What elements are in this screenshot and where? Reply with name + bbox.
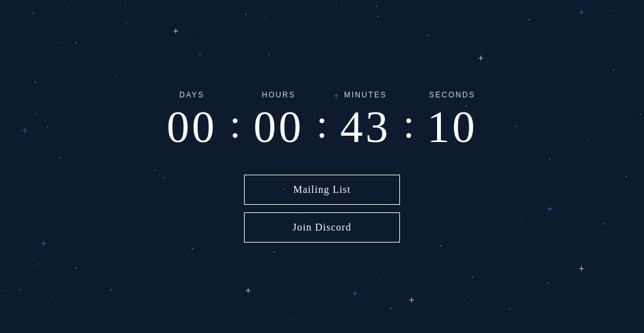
star-random-10 (269, 54, 270, 55)
star-dot-44 (154, 170, 155, 171)
star-random-47 (116, 76, 117, 77)
star-cross-10: + (478, 53, 484, 63)
star-dot-31 (418, 270, 419, 271)
colon-3: : (400, 104, 418, 150)
star-random-45 (336, 7, 337, 8)
hours-value: 00 (244, 104, 313, 150)
star-random-31 (376, 6, 377, 7)
star-cross-26: + (245, 286, 251, 296)
star-cross-37: + (547, 204, 553, 214)
minutes-value: 43 (331, 104, 400, 150)
star-dot-14 (623, 43, 623, 43)
mailing-list-button[interactable]: Mailing List (244, 175, 400, 205)
star-random-26 (376, 273, 377, 274)
star-dot-6 (283, 36, 284, 37)
star-dot-30 (390, 308, 391, 309)
star-random-43 (554, 265, 555, 266)
colon-1: : (226, 104, 244, 150)
star-random-58 (102, 293, 103, 294)
star-random-1 (265, 17, 266, 18)
star-random-19 (345, 248, 345, 248)
star-random-57 (467, 297, 467, 297)
star-random-32 (74, 233, 75, 234)
star-random-21 (586, 304, 587, 305)
star-random-18 (47, 126, 48, 128)
star-dot-13 (613, 69, 614, 70)
days-value: 00 (157, 104, 226, 150)
star-dot-5 (245, 14, 247, 15)
hours-label: HOURS (244, 90, 313, 99)
star-cross-16: + (22, 126, 28, 136)
star-dot-18 (94, 182, 95, 183)
star-random-16 (513, 52, 513, 53)
star-random-29 (58, 42, 59, 43)
star-random-38 (549, 158, 550, 160)
star-dot-34 (472, 276, 473, 278)
star-random-37 (26, 301, 27, 302)
star-cross-29: + (352, 289, 358, 299)
star-dot-33 (440, 245, 441, 246)
star-dot-15 (35, 82, 36, 83)
star-dot-1 (75, 43, 77, 44)
star-dot-21 (19, 289, 20, 290)
star-random-3 (558, 224, 559, 225)
star-dot-35 (509, 308, 511, 309)
join-discord-button[interactable]: Join Discord (244, 212, 400, 243)
star-cross-3: + (173, 26, 179, 36)
star-random-9 (55, 302, 56, 302)
main-content: DAYS HOURS MINUTES SECONDS 00 : 00 : 43 … (157, 90, 487, 243)
star-random-22 (477, 35, 477, 36)
star-cross-38: + (579, 264, 584, 274)
star-random-36 (499, 228, 500, 229)
star-random-24 (588, 139, 589, 139)
star-dot-42 (516, 126, 517, 127)
star-random-59 (198, 31, 199, 33)
star-cross-32: + (409, 295, 414, 305)
star-cross-19: + (41, 239, 47, 249)
star-dot-17 (60, 157, 61, 158)
star-random-34 (125, 3, 126, 3)
star-random-56 (35, 114, 36, 115)
star-random-44 (83, 291, 84, 292)
star-random-54 (609, 196, 610, 197)
star-dot-22 (110, 289, 111, 290)
star-random-23 (640, 114, 641, 115)
star-random-6 (153, 275, 153, 275)
star-random-51 (2, 290, 3, 291)
star-random-42 (613, 10, 614, 11)
star-dot-41 (619, 289, 620, 290)
seconds-value: 10 (418, 104, 487, 150)
star-dot-40 (626, 176, 627, 177)
star-dot-0 (33, 13, 34, 14)
star-random-55 (521, 222, 522, 223)
star-dot-23 (157, 273, 158, 274)
star-random-53 (359, 295, 360, 295)
star-random-5 (3, 128, 4, 129)
countdown-display: 00 : 00 : 43 : 10 (157, 104, 487, 150)
seconds-label: SECONDS (418, 90, 487, 99)
star-dot-27 (274, 251, 275, 253)
star-random-13 (33, 300, 34, 301)
star-dot-11 (528, 19, 530, 20)
star-random-14 (272, 53, 272, 54)
star-dot-39 (604, 223, 605, 224)
buttons-container: Mailing List Join Discord (244, 175, 400, 243)
star-random-48 (375, 322, 376, 323)
star-dot-9 (428, 35, 429, 36)
star-random-15 (130, 194, 131, 194)
colon-2: : (313, 104, 331, 150)
star-dot-20 (75, 267, 77, 268)
star-dot-36 (547, 283, 548, 284)
star-dot-28 (308, 302, 309, 302)
star-random-30 (462, 276, 463, 278)
star-dot-4 (199, 54, 201, 55)
star-random-46 (72, 315, 72, 315)
star-random-28 (289, 317, 291, 318)
star-random-0 (505, 107, 506, 107)
star-random-27 (514, 266, 515, 266)
days-label: DAYS (157, 90, 226, 99)
star-dot-8 (377, 16, 379, 17)
countdown-labels: DAYS HOURS MINUTES SECONDS (157, 90, 487, 99)
minutes-label: MINUTES (331, 90, 400, 99)
star-cross-12: + (579, 8, 584, 18)
